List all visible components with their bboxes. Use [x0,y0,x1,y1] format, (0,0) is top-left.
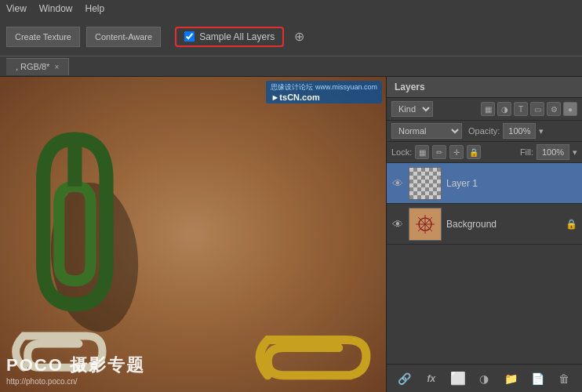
blend-mode-select[interactable]: Normal [391,123,462,139]
lock-row: Lock: ▦ ✏ ✛ 🔒 Fill: ▾ [387,142,582,163]
kind-filter-row: Kind ▦ ◑ T ▭ ⚙ ● [387,98,582,121]
sample-all-layers-label: Sample All Layers [199,31,275,42]
layer-item[interactable]: 👁 Layer 1 [387,163,582,204]
filter-shape-btn[interactable]: ▭ [530,102,544,116]
layers-list: 👁 Layer 1 👁 [387,163,582,364]
menu-help[interactable]: Help [85,3,104,14]
create-texture-button[interactable]: Create Texture [6,27,80,47]
content-aware-button[interactable]: Content-Aware [86,27,161,47]
filter-text-btn[interactable]: T [514,102,528,116]
menu-window[interactable]: Window [39,3,73,14]
delete-layer-button[interactable]: 🗑 [555,369,573,388]
opacity-dropdown-icon[interactable]: ▾ [539,126,544,136]
sample-all-layers-checkbox[interactable] [184,31,195,42]
adjustment-button[interactable]: ◑ [475,369,493,388]
background-lock-icon: 🔒 [566,219,577,230]
fill-label: Fill: [520,147,533,157]
menu-bar: View Window Help [0,0,582,17]
layer1-eye-icon[interactable]: 👁 [391,177,404,190]
menu-view[interactable]: View [6,3,27,14]
fill-dropdown-icon[interactable]: ▾ [573,147,577,158]
opacity-label: Opacity: [468,126,500,136]
watermark-url: http://photo.poco.cn/ [6,377,145,386]
add-mask-button[interactable]: ⬜ [449,369,467,388]
sample-all-layers-group: Sample All Layers [175,27,284,47]
filter-pixel-btn[interactable]: ▦ [481,102,495,116]
filter-adjust-btn[interactable]: ◑ [497,102,511,116]
blend-opacity-row: Normal Opacity: ▾ [387,121,582,142]
layer-item[interactable]: 👁 Background 🔒 [387,204,582,245]
toolbar: Create Texture Content-Aware Sample All … [0,17,582,56]
background-layer-name: Background [446,219,561,230]
background-thumbnail-art [409,209,441,240]
watermark-logo: POCO 摄影专题 [6,354,145,377]
lock-all-btn[interactable]: 🔒 [467,145,481,159]
fx-button[interactable]: fx [422,369,441,388]
tab-label: , RGB/8* [16,62,49,71]
tab-bar: , RGB/8* × [0,56,582,77]
layers-panel: Layers Kind ▦ ◑ T ▭ ⚙ ● Normal Opacity: … [386,77,582,392]
filter-toggle-btn[interactable]: ● [563,102,577,116]
layers-panel-header: Layers [387,77,582,98]
kind-select[interactable]: Kind [391,101,433,117]
watermark: POCO 摄影专题 http://photo.poco.cn/ [6,354,145,386]
opacity-input[interactable] [503,123,536,139]
target-icon[interactable]: ⊕ [290,28,307,45]
filter-smart-btn[interactable]: ⚙ [547,102,561,116]
layer1-thumbnail [409,167,442,200]
lock-brush-btn[interactable]: ✏ [432,145,446,159]
lock-pixels-btn[interactable]: ▦ [415,145,429,159]
tab-close-button[interactable]: × [54,63,59,71]
layer1-name: Layer 1 [446,178,577,189]
fill-input[interactable] [537,144,569,160]
background-thumbnail [409,208,442,241]
kind-filter-icons: ▦ ◑ T ▭ ⚙ ● [481,102,577,116]
canvas-area[interactable]: POCO 摄影专题 http://photo.poco.cn/ 思缘设计论坛 w… [0,77,386,392]
tscn-watermark: 思缘设计论坛 www.missyuan.com ►tsCN.com [266,81,382,103]
document-tab[interactable]: , RGB/8* × [6,58,69,75]
layers-bottom-toolbar: 🔗 fx ⬜ ◑ 📁 📄 🗑 [387,364,582,392]
background-eye-icon[interactable]: 👁 [391,218,404,230]
lock-label: Lock: [391,147,412,157]
canvas-image: POCO 摄影专题 http://photo.poco.cn/ 思缘设计论坛 w… [0,77,386,392]
link-layers-button[interactable]: 🔗 [395,369,414,388]
lock-position-btn[interactable]: ✛ [449,145,464,159]
layers-panel-title: Layers [395,82,425,93]
new-layer-button[interactable]: 📄 [528,369,547,388]
main-content: POCO 摄影专题 http://photo.poco.cn/ 思缘设计论坛 w… [0,77,582,392]
new-group-button[interactable]: 📁 [501,369,520,388]
